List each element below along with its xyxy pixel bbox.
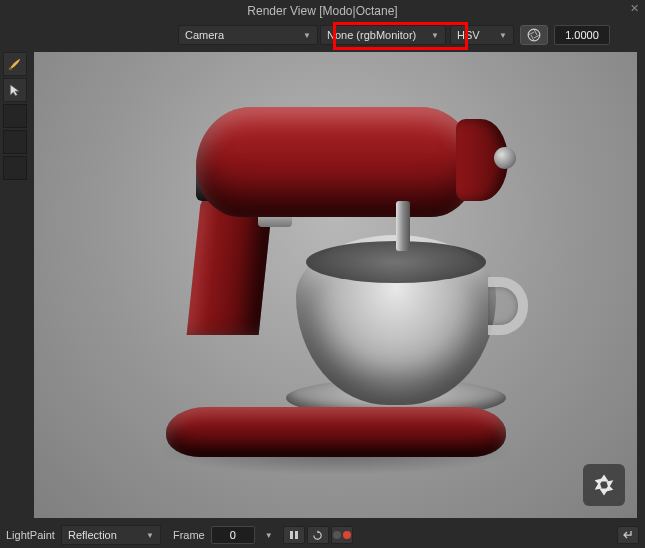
brush-tool-button[interactable] [3,52,27,76]
chevron-down-icon: ▼ [499,31,507,40]
tool-slot-empty[interactable] [3,130,27,154]
svg-point-1 [9,67,12,70]
window-title: Render View [Modo|Octane] [247,4,397,18]
colorspace-dropdown[interactable]: HSV ▼ [450,25,514,45]
lightpaint-mode-dropdown[interactable]: Reflection ▼ [61,525,161,545]
render-viewport[interactable] [30,48,645,522]
octane-aperture-icon [590,471,618,499]
exposure-value: 1.0000 [565,29,599,41]
titlebar: Render View [Modo|Octane] ✕ [0,0,645,22]
octane-logo-badge[interactable] [583,464,625,506]
cursor-icon [8,83,22,97]
svg-rect-3 [295,531,298,539]
chevron-down-icon[interactable]: ▼ [265,531,273,540]
frame-field[interactable]: 0 [211,526,255,544]
camera-dropdown[interactable]: Camera ▼ [178,25,318,45]
pause-icon [289,530,299,540]
record-button[interactable] [331,526,353,544]
svg-point-0 [528,29,540,41]
bottom-toolbar: LightPaint Reflection ▼ Frame 0 ▼ [0,522,645,548]
svg-rect-2 [290,531,293,539]
lightpaint-label: LightPaint [6,529,55,541]
mixer-knob [494,147,516,169]
lightpaint-mode-label: Reflection [68,529,117,541]
mixer-head [196,107,476,217]
chevron-down-icon: ▼ [303,31,311,40]
camera-dropdown-label: Camera [185,29,224,41]
mixer-bowl [296,235,496,405]
tool-slot-empty[interactable] [3,156,27,180]
brush-icon [7,56,23,72]
pause-button[interactable] [283,526,305,544]
chevron-down-icon: ▼ [431,31,439,40]
return-icon [622,529,634,541]
monitor-dropdown-label: None (rgbMonitor) [327,29,416,41]
monitor-dropdown[interactable]: None (rgbMonitor) ▼ [320,25,446,45]
frame-value: 0 [230,529,236,541]
cursor-tool-button[interactable] [3,78,27,102]
tool-slot-empty[interactable] [3,104,27,128]
transport-controls [283,526,353,544]
top-toolbar: Camera ▼ None (rgbMonitor) ▼ HSV ▼ 1.000… [0,22,645,48]
record-dot-icon [343,531,351,539]
frame-label: Frame [173,529,205,541]
record-dot-off-icon [333,531,341,539]
aperture-icon [527,28,541,42]
refresh-icon [312,530,323,541]
mixer-base [166,407,506,457]
colorspace-dropdown-label: HSV [457,29,480,41]
body-area [0,48,645,522]
mixer-shaft [396,201,410,251]
exposure-field[interactable]: 1.0000 [554,25,610,45]
stand-mixer [146,77,526,477]
chevron-down-icon: ▼ [146,531,154,540]
aperture-button[interactable] [520,25,548,45]
return-button[interactable] [617,526,639,544]
render-canvas [34,52,637,518]
left-toolbar [0,48,30,522]
refresh-button[interactable] [307,526,329,544]
render-view-window: Render View [Modo|Octane] ✕ Camera ▼ Non… [0,0,645,548]
close-icon[interactable]: ✕ [630,2,639,15]
bowl-handle [488,277,528,335]
